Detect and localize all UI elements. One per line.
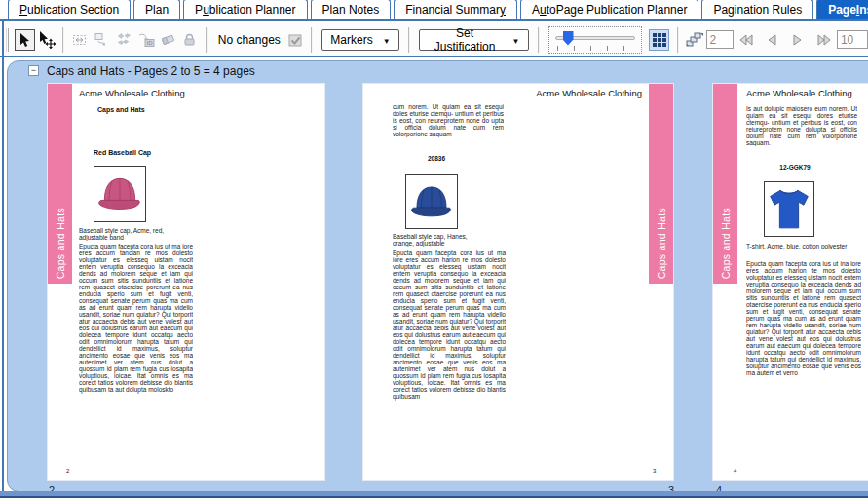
page-preview-4[interactable]: Caps and Hats Acme Wholesale Clothing Is… xyxy=(713,84,868,480)
tab-financial-summary[interactable]: Financial Summary xyxy=(394,0,517,19)
page-header: Acme Wholesale Clothing xyxy=(536,88,642,98)
tab-page-inspector[interactable]: Page Inspector xyxy=(816,0,868,19)
assign-id-button[interactable]: ID xyxy=(135,29,155,51)
svg-text:ID: ID xyxy=(146,40,153,46)
page-header: Acme Wholesale Clothing xyxy=(746,88,852,98)
tab-plan-notes[interactable]: Plan Notes xyxy=(311,0,392,19)
page-preview-2[interactable]: Caps and Hats Acme Wholesale Clothing Ca… xyxy=(48,84,324,480)
move-selection-button[interactable] xyxy=(70,29,90,51)
thumb-tab: Caps and Hats xyxy=(48,84,72,284)
move-selection-icon xyxy=(72,32,89,47)
folio-number: 4 xyxy=(734,468,736,474)
blue-cap-graphic xyxy=(407,179,456,224)
page-preview-3[interactable]: Caps and Hats Acme Wholesale Clothing cu… xyxy=(363,84,673,480)
eraser-button[interactable] xyxy=(158,29,177,51)
grid-view-toggle[interactable] xyxy=(649,29,669,51)
last-page-input[interactable] xyxy=(837,30,868,49)
select-tool-button[interactable] xyxy=(15,29,35,51)
product-image-blue-cap xyxy=(405,174,458,229)
tab-publication-section[interactable]: Publication Section xyxy=(8,0,131,19)
current-page-input[interactable] xyxy=(706,30,734,49)
body-text: Epucta quam facepta cora ius ut ma iore … xyxy=(393,249,506,456)
product-code: 12-GGK79 xyxy=(746,164,844,171)
no-changes-label: No changes xyxy=(218,33,281,47)
assign-id-icon: ID xyxy=(137,32,155,47)
last-page-icon xyxy=(816,33,832,47)
image-caption: Baseball style cap, Acme, red, adjustabl… xyxy=(79,227,174,241)
product-heading: Red Baseball Cap xyxy=(94,149,151,156)
lock-icon xyxy=(182,32,197,47)
previous-page-icon xyxy=(766,33,777,47)
blue-shirt-graphic xyxy=(767,185,811,234)
toolbar-separator xyxy=(62,27,64,53)
window-bottom-edge xyxy=(0,491,868,498)
folio-number: 2 xyxy=(66,468,69,474)
eraser-icon xyxy=(160,32,176,47)
body-text: Epucta quam facepta cora ius ut ma iore … xyxy=(79,243,193,465)
tab-strip: Publication Section Plan Publication Pla… xyxy=(0,0,868,21)
page-jump-button[interactable] xyxy=(685,29,704,51)
chevron-down-icon xyxy=(512,33,520,47)
product-image-blue-shirt xyxy=(764,181,814,237)
red-cap-graphic xyxy=(95,171,144,217)
first-page-button[interactable] xyxy=(737,30,756,50)
chevron-down-icon xyxy=(383,33,391,47)
body-text: Epucta quam facepta cora ius ut ina iore… xyxy=(746,260,861,456)
toolbar-gripper[interactable] xyxy=(6,28,9,52)
collapse-section-button[interactable] xyxy=(28,65,39,76)
intro-text: Is aut dolupic maiosero eum norem. Ut qu… xyxy=(746,105,857,146)
toolbar-separator xyxy=(206,27,208,53)
tab-plan[interactable]: Plan xyxy=(133,0,180,19)
tab-pagination-rules[interactable]: Pagination Rules xyxy=(701,0,813,19)
zoom-slider[interactable] xyxy=(548,26,643,54)
page-subheader: Caps and Hats xyxy=(97,106,145,113)
page-header: Acme Wholesale Clothing xyxy=(79,88,185,98)
scatter-arrows-icon xyxy=(116,32,132,47)
checkmark-box-icon xyxy=(288,33,303,47)
image-caption: T-shirt, Acme, blue, cotton polyester xyxy=(746,243,853,249)
thumb-tab: Caps and Hats xyxy=(649,84,673,284)
image-caption: Baseball style cap, Hanes, orange, adjus… xyxy=(393,233,490,247)
pointer-move-icon xyxy=(38,31,56,49)
next-page-icon xyxy=(792,33,804,47)
thumb-tab-label: Caps and Hats xyxy=(720,208,732,279)
toolbar-separator xyxy=(311,27,313,53)
folio-number: 3 xyxy=(653,468,656,474)
toolbar-separator xyxy=(538,27,540,53)
apply-changes-button[interactable] xyxy=(285,29,305,51)
markers-dropdown[interactable]: Markers xyxy=(321,29,398,51)
first-page-icon xyxy=(738,33,754,47)
app-window: Publication Section Plan Publication Pla… xyxy=(0,0,868,498)
slider-thumb[interactable] xyxy=(563,31,574,46)
previous-page-button[interactable] xyxy=(763,30,781,50)
tab-publication-planner[interactable]: Publication Planner xyxy=(183,0,307,19)
reflow-page-icon xyxy=(94,32,110,47)
thumb-tab-label: Caps and Hats xyxy=(656,208,667,279)
tab-autopage-publication-planner[interactable]: AutoPage Publication Planner xyxy=(520,0,698,19)
product-code: 20836 xyxy=(393,155,480,162)
last-page-button[interactable] xyxy=(814,30,833,50)
move-tool-button[interactable] xyxy=(37,29,57,51)
toolbar-separator xyxy=(408,27,410,53)
lock-button[interactable] xyxy=(179,29,199,51)
pointer-icon xyxy=(18,32,31,48)
section-header: Caps and Hats - Pages 2 to 5 = 4 pages xyxy=(8,61,868,80)
thumb-tab-label: Caps and Hats xyxy=(55,208,66,279)
section-title: Caps and Hats - Pages 2 to 5 = 4 pages xyxy=(47,64,255,78)
reflow-page-button[interactable] xyxy=(92,29,111,51)
scatter-arrows-button[interactable] xyxy=(114,29,133,51)
product-image-red-cap xyxy=(94,166,146,222)
thumb-tab: Caps and Hats xyxy=(713,84,737,284)
toolbar-separator xyxy=(677,27,679,53)
window-left-edge xyxy=(2,21,4,498)
set-justification-dropdown[interactable]: Set Justification xyxy=(419,29,529,51)
cascade-pages-icon xyxy=(686,31,704,48)
slider-ticks xyxy=(557,46,634,51)
intro-text: cum norem. Ut quiam ea sit esequi doles … xyxy=(393,103,504,137)
toolbar: ID No changes xyxy=(0,23,868,57)
grid-icon xyxy=(652,32,667,48)
next-page-button[interactable] xyxy=(789,30,808,50)
page-inspector-panel: Caps and Hats - Pages 2 to 5 = 4 pages C… xyxy=(7,60,868,492)
